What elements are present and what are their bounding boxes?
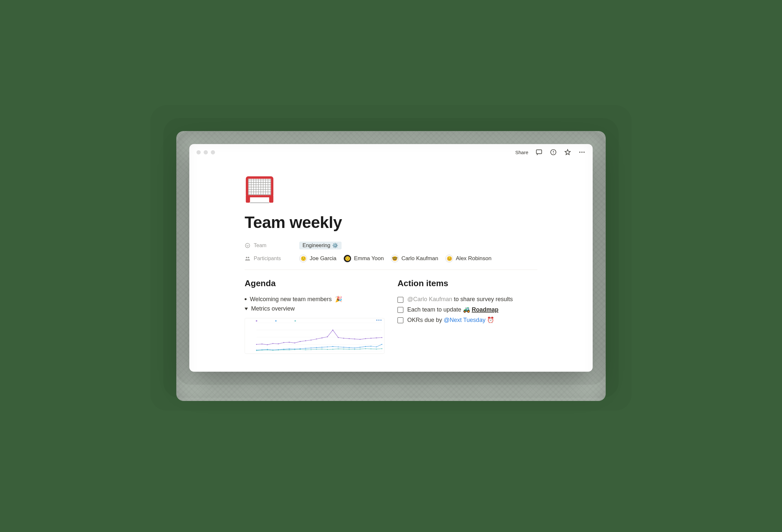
- share-button[interactable]: Share: [515, 150, 528, 155]
- user-mention[interactable]: @Carlo Kaufman: [407, 296, 452, 302]
- checkbox[interactable]: [397, 317, 403, 323]
- favorite-star-icon[interactable]: [564, 149, 571, 156]
- window-topbar: Share: [189, 144, 593, 158]
- svg-point-87: [381, 344, 382, 345]
- action-item-text: Each team to update 🚜 Roadmap: [407, 306, 498, 313]
- page-title[interactable]: Team weekly: [245, 213, 537, 232]
- svg-point-73: [305, 348, 306, 349]
- page-icon[interactable]: [245, 174, 275, 204]
- svg-point-109: [370, 348, 371, 349]
- date-mention[interactable]: @Next Tuesday ⏰: [444, 317, 494, 323]
- svg-point-75: [316, 347, 317, 348]
- svg-point-52: [321, 338, 322, 339]
- page-link-roadmap[interactable]: Roadmap: [472, 306, 498, 313]
- property-key-team: Team: [245, 242, 293, 249]
- svg-point-81: [349, 347, 350, 348]
- svg-point-86: [376, 346, 377, 347]
- agenda-item-text: Welcoming new team members: [250, 296, 332, 303]
- property-row-team[interactable]: Team Engineering ⚙️: [245, 239, 537, 252]
- avatar: 🙂: [299, 255, 307, 262]
- comments-icon[interactable]: [535, 149, 542, 156]
- agenda-column: Agenda Welcoming new team members 🎉 Metr…: [245, 278, 385, 354]
- svg-point-93: [283, 349, 284, 350]
- property-row-participants[interactable]: Participants 🙂 Joe Garcia 🙂 Emma Yoon 🤓: [245, 252, 537, 265]
- svg-point-7: [583, 152, 584, 153]
- svg-point-85: [370, 346, 371, 347]
- metrics-chart-embed[interactable]: ▪▪▪: [245, 318, 385, 354]
- svg-point-47: [294, 342, 295, 343]
- svg-point-49: [305, 340, 306, 341]
- svg-point-60: [365, 338, 366, 339]
- content-columns: Agenda Welcoming new team members 🎉 Metr…: [245, 278, 537, 354]
- svg-point-106: [354, 349, 355, 350]
- checkbox[interactable]: [397, 307, 403, 313]
- svg-point-102: [332, 349, 333, 350]
- more-menu-icon[interactable]: [578, 149, 585, 156]
- action-item[interactable]: OKRs due by @Next Tuesday ⏰: [397, 315, 537, 325]
- updates-icon[interactable]: [550, 149, 557, 156]
- chart-options-icon[interactable]: ▪▪▪: [376, 318, 382, 322]
- party-popper-icon: 🎉: [335, 296, 342, 303]
- action-items-column: Action items @Carlo Kaufman to share sur…: [397, 278, 537, 354]
- svg-point-42: [267, 344, 268, 345]
- svg-point-70: [288, 348, 289, 349]
- svg-point-51: [316, 339, 317, 340]
- window-control-close[interactable]: [197, 150, 201, 154]
- svg-point-79: [337, 346, 339, 347]
- svg-point-82: [354, 348, 355, 349]
- goal-net-icon: [245, 174, 275, 204]
- action-item-text: @Carlo Kaufman to share survey results: [407, 296, 513, 303]
- svg-point-100: [321, 349, 322, 350]
- svg-point-80: [343, 347, 344, 348]
- svg-point-103: [337, 348, 339, 349]
- svg-rect-9: [246, 195, 250, 202]
- svg-rect-10: [269, 195, 273, 202]
- svg-point-97: [305, 349, 306, 350]
- window-control-minimize[interactable]: [204, 150, 208, 154]
- svg-point-110: [376, 349, 377, 350]
- svg-point-98: [310, 349, 311, 350]
- svg-point-58: [354, 339, 355, 340]
- svg-point-77: [327, 346, 328, 347]
- team-tag-label: Engineering: [303, 242, 330, 249]
- svg-point-84: [365, 346, 366, 347]
- svg-point-44: [278, 343, 279, 344]
- participant[interactable]: 😊 Alex Robinson: [445, 255, 492, 262]
- tractor-icon: 🚜: [463, 306, 470, 313]
- participant[interactable]: 🙂 Emma Yoon: [344, 255, 384, 262]
- avatar: 😊: [445, 255, 453, 262]
- svg-point-30: [246, 257, 248, 259]
- svg-point-53: [327, 336, 328, 337]
- property-key-team-label: Team: [254, 242, 266, 249]
- action-item[interactable]: Each team to update 🚜 Roadmap: [397, 304, 537, 315]
- agenda-item-bullet[interactable]: Welcoming new team members 🎉: [245, 294, 385, 304]
- svg-point-56: [343, 338, 344, 339]
- svg-point-107: [359, 349, 360, 350]
- agenda-item-toggle[interactable]: Metrics overview: [245, 304, 385, 313]
- participant[interactable]: 🤓 Carlo Kaufman: [391, 255, 438, 262]
- bullet-icon: [245, 298, 247, 300]
- svg-point-55: [337, 337, 339, 338]
- window-control-zoom[interactable]: [211, 150, 215, 154]
- toggle-triangle-icon[interactable]: [245, 308, 248, 310]
- svg-point-111: [381, 348, 382, 349]
- select-chevron-icon: [245, 242, 250, 249]
- svg-point-76: [321, 347, 322, 348]
- participant[interactable]: 🙂 Joe Garcia: [299, 255, 336, 262]
- svg-point-90: [267, 350, 268, 350]
- property-key-participants-label: Participants: [254, 256, 281, 261]
- svg-point-32: [256, 320, 257, 321]
- avatar: 🤓: [391, 255, 399, 262]
- svg-point-95: [294, 349, 295, 350]
- participant-name: Alex Robinson: [456, 255, 492, 262]
- window-controls[interactable]: [197, 150, 215, 154]
- svg-point-101: [327, 349, 328, 350]
- participant-name: Joe Garcia: [310, 255, 336, 262]
- svg-point-40: [256, 344, 257, 345]
- team-tag[interactable]: Engineering ⚙️: [299, 241, 342, 250]
- action-item[interactable]: @Carlo Kaufman to share survey results: [397, 294, 537, 304]
- property-key-participants: Participants: [245, 256, 293, 261]
- checkbox[interactable]: [397, 297, 403, 303]
- svg-point-99: [316, 349, 317, 350]
- svg-rect-8: [247, 178, 272, 196]
